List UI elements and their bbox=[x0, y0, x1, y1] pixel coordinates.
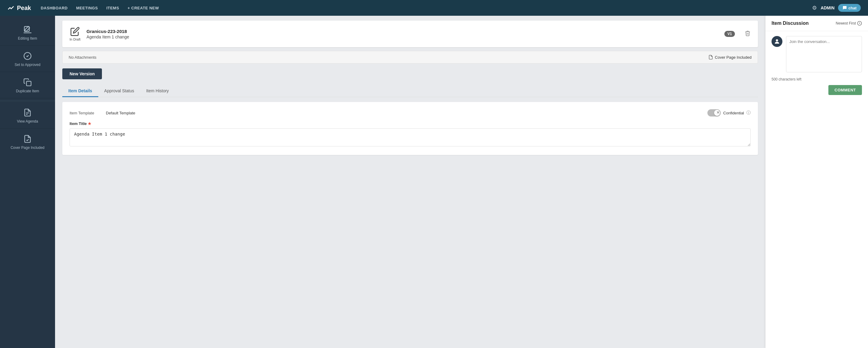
file-check-icon bbox=[23, 135, 32, 143]
app-logo[interactable]: Peak bbox=[7, 4, 31, 11]
template-label: Item Template bbox=[69, 111, 106, 115]
sidebar-item-editing-item[interactable]: Editing Item bbox=[0, 21, 55, 46]
discussion-title: Item Discussion bbox=[772, 21, 809, 26]
help-icon[interactable]: ⓘ bbox=[746, 110, 751, 116]
sort-icon bbox=[857, 21, 862, 26]
right-panel: Item Discussion Newest First 500 bbox=[765, 16, 868, 348]
title-field: Item Title ★ Agenda Item 1 change bbox=[69, 121, 751, 148]
title-input[interactable]: Agenda Item 1 change bbox=[69, 128, 751, 146]
edit-icon bbox=[23, 25, 32, 34]
copy-icon bbox=[23, 78, 32, 87]
no-attachments-label: No Attachments bbox=[69, 55, 96, 60]
svg-point-6 bbox=[776, 39, 778, 41]
sidebar-divider bbox=[0, 101, 55, 101]
template-value: Default Template bbox=[106, 111, 135, 115]
confidential-row: ✕ Confidential ⓘ bbox=[707, 109, 751, 116]
main-layout: Editing Item Set to Approved Duplicate I… bbox=[0, 16, 868, 348]
nav-right-section: ⚙ ADMIN chat bbox=[812, 4, 861, 12]
template-row: Item Template Default Template ✕ Confide… bbox=[69, 109, 751, 116]
item-card: In Draft Granicus-223-2018 Agenda Item 1… bbox=[62, 21, 758, 47]
item-id: Granicus-223-2018 bbox=[87, 29, 718, 34]
comment-input[interactable] bbox=[786, 36, 862, 72]
toggle-x-icon: ✕ bbox=[716, 111, 719, 115]
sidebar-item-duplicate-item[interactable]: Duplicate Item bbox=[0, 73, 55, 98]
title-field-label: Item Title ★ bbox=[69, 121, 751, 126]
new-version-button[interactable]: New Version bbox=[62, 68, 102, 79]
toggle-track[interactable]: ✕ bbox=[707, 109, 721, 116]
pencil-square-icon bbox=[70, 27, 80, 36]
confidential-label: Confidential bbox=[723, 111, 744, 115]
discussion-header: Item Discussion Newest First bbox=[766, 16, 868, 31]
top-navigation: Peak DASHBOARD MEETINGS ITEMS + CREATE N… bbox=[0, 0, 868, 16]
nav-create-new[interactable]: + CREATE NEW bbox=[128, 4, 159, 11]
item-details-form: Item Template Default Template ✕ Confide… bbox=[62, 102, 758, 155]
item-status-icon: In Draft bbox=[69, 27, 81, 41]
chars-left-label: 500 characters left bbox=[772, 77, 862, 81]
comment-button[interactable]: COMMENT bbox=[828, 85, 862, 95]
sort-newest-first[interactable]: Newest First bbox=[836, 21, 862, 26]
settings-icon[interactable]: ⚙ bbox=[812, 4, 817, 11]
cover-page-included-badge: Cover Page Included bbox=[708, 55, 751, 60]
nav-items[interactable]: ITEMS bbox=[106, 4, 119, 11]
file-alt-icon bbox=[23, 108, 32, 117]
nav-meetings[interactable]: MEETINGS bbox=[76, 4, 98, 11]
tab-approval-status[interactable]: Approval Status bbox=[98, 85, 140, 97]
chat-button[interactable]: chat bbox=[838, 4, 861, 12]
user-avatar-icon bbox=[774, 38, 780, 45]
sidebar-item-view-agenda[interactable]: View Agenda bbox=[0, 104, 55, 128]
sidebar-item-cover-page-included[interactable]: Cover Page Included bbox=[0, 130, 55, 155]
confidential-toggle[interactable]: ✕ bbox=[707, 109, 721, 116]
sidebar-item-set-to-approved[interactable]: Set to Approved bbox=[0, 47, 55, 72]
nav-links: DASHBOARD MEETINGS ITEMS + CREATE NEW bbox=[41, 4, 159, 11]
attachments-bar: No Attachments Cover Page Included bbox=[62, 51, 758, 63]
item-meta: Granicus-223-2018 Agenda Item 1 change bbox=[87, 29, 718, 39]
version-badge: V1 bbox=[724, 31, 735, 37]
item-name: Agenda Item 1 change bbox=[87, 34, 718, 39]
check-circle-icon bbox=[23, 52, 32, 60]
nav-dashboard[interactable]: DASHBOARD bbox=[41, 4, 68, 11]
tab-item-history[interactable]: Item History bbox=[140, 85, 175, 97]
tabs-bar: Item Details Approval Status Item Histor… bbox=[62, 85, 758, 97]
main-content: In Draft Granicus-223-2018 Agenda Item 1… bbox=[55, 16, 765, 348]
admin-label: ADMIN bbox=[820, 5, 834, 10]
sidebar: Editing Item Set to Approved Duplicate I… bbox=[0, 16, 55, 348]
required-star: ★ bbox=[88, 121, 91, 126]
tab-item-details[interactable]: Item Details bbox=[62, 85, 98, 97]
delete-item-button[interactable] bbox=[745, 30, 751, 38]
comment-input-row bbox=[772, 36, 862, 72]
cover-page-icon bbox=[708, 55, 713, 60]
svg-rect-2 bbox=[27, 81, 31, 86]
discussion-body: 500 characters left COMMENT bbox=[766, 31, 868, 348]
avatar bbox=[772, 36, 782, 47]
